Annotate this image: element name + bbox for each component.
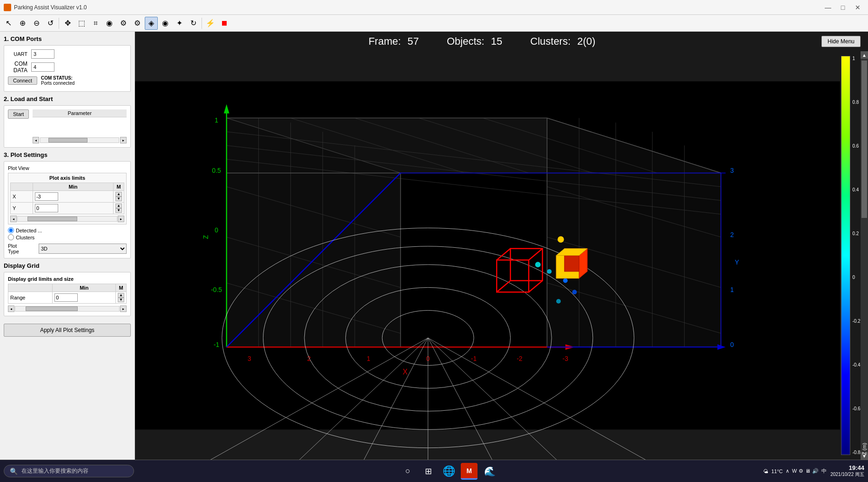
grid-scroll-right[interactable]: ▸ xyxy=(120,305,127,312)
paint-tool[interactable]: ⚙ xyxy=(131,17,144,30)
zoom-out-tool[interactable]: ⊖ xyxy=(30,17,43,30)
title-bar: Parking Assist Visualizer v1.0 — □ ✕ xyxy=(0,0,868,15)
axis-scroll-track[interactable] xyxy=(17,216,117,222)
colorbar-label-neg08: -0.8 xyxy=(852,450,860,455)
parameter-area: Parameter ◂ ▸ xyxy=(33,109,127,143)
y-spin-up[interactable]: ▲ xyxy=(115,204,122,208)
search-bar[interactable]: 🔍 在这里输入你要搜索的内容 xyxy=(4,465,134,477)
grid-scroll-track[interactable] xyxy=(15,306,120,312)
colorbar-label-neg02: -0.2 xyxy=(852,319,860,324)
lang-indicator[interactable]: 中 xyxy=(821,468,827,475)
colorbar-gradient xyxy=(841,56,850,455)
eraser-tool[interactable]: ◉ xyxy=(159,17,172,30)
select-tool[interactable]: ⬚ xyxy=(75,17,88,30)
hide-menu-button[interactable]: Hide Menu xyxy=(821,36,861,47)
window-title: Parking Assist Visualizer v1.0 xyxy=(14,4,87,11)
detected-radio[interactable] xyxy=(8,227,14,233)
range-min-input[interactable] xyxy=(54,293,78,302)
edge-btn[interactable]: 🌐 xyxy=(440,463,457,480)
svg-text:-3: -3 xyxy=(563,355,569,362)
lasso-tool[interactable]: ⌗ xyxy=(89,17,102,30)
cursor-tool[interactable]: ✥ xyxy=(61,17,74,30)
date-value: 2021/10/22 周五 xyxy=(830,471,864,478)
tray-icon-2: ⚙ xyxy=(799,468,803,474)
svg-text:Z: Z xyxy=(202,235,209,239)
frame-label: Frame: xyxy=(369,35,401,47)
uart-input[interactable] xyxy=(31,49,54,59)
plot-canvas[interactable]: 1 0.5 0 -0.5 -1 Z 3 2 1 0 -1 -2 -3 X xyxy=(135,51,840,460)
system-tray: 🌤 11°C ∧ W ⚙ 🖥 🔊 中 xyxy=(763,468,827,475)
param-scroll-left[interactable]: ◂ xyxy=(33,137,39,143)
temperature: 11°C xyxy=(771,468,783,474)
clusters-radio[interactable] xyxy=(8,234,14,240)
grid-max-header: M xyxy=(116,284,127,292)
blue-point-2 xyxy=(572,290,577,294)
range-row: Range ▲ ▼ xyxy=(8,292,127,304)
apply-all-plot-settings-button[interactable]: Apply All Plot Settings xyxy=(4,324,131,337)
colorbar-label-04: 0.4 xyxy=(852,187,860,192)
x-min-cell xyxy=(33,191,113,203)
colorbar-labels: 1 0.8 0.6 0.4 0.2 0 -0.2 -0.4 -0.6 -0.8 xyxy=(852,56,860,455)
param-scroll-track[interactable] xyxy=(40,137,119,143)
taskbar: 🔍 在这里输入你要搜索的内容 ○ ⊞ 🌐 M 🌊 🌤 11°C ∧ W ⚙ 🖥 … xyxy=(0,460,868,482)
range-spin-up[interactable]: ▲ xyxy=(118,293,124,298)
param-scroll-right[interactable]: ▸ xyxy=(120,137,127,143)
com-data-input[interactable] xyxy=(31,62,54,72)
task-view-btn[interactable]: ⊞ xyxy=(420,463,437,480)
grid-scroll-left[interactable]: ◂ xyxy=(8,305,14,312)
clusters-value: 2(0) xyxy=(577,35,595,47)
app5-btn[interactable]: 🌊 xyxy=(481,463,498,480)
cyan-point-2 xyxy=(547,269,552,274)
rotate-tool[interactable]: ↻ xyxy=(187,17,200,30)
x-spin-down[interactable]: ▼ xyxy=(115,197,122,201)
x-spin-up[interactable]: ▲ xyxy=(115,192,122,197)
brush-tool[interactable]: ⚙ xyxy=(117,17,130,30)
display-grid-title: Display Grid xyxy=(4,262,131,269)
close-button[interactable]: ✕ xyxy=(851,2,864,13)
maximize-button[interactable]: □ xyxy=(836,2,849,13)
load-start-title: 2. Load and Start xyxy=(4,95,131,102)
y-min-cell xyxy=(33,203,113,214)
cortana-btn[interactable]: ○ xyxy=(399,463,416,480)
pan-tool[interactable]: ✦ xyxy=(173,17,186,30)
plot-type-select[interactable]: 3D 2D XY 2D XZ 2D YZ xyxy=(39,244,127,254)
pointer-tool[interactable]: ↖ xyxy=(2,17,15,30)
minimize-button[interactable]: — xyxy=(821,2,834,13)
zoom-in-tool[interactable]: ⊕ xyxy=(16,17,29,30)
axis-scroll-right[interactable]: ▸ xyxy=(118,216,124,222)
matlab-btn[interactable]: M xyxy=(461,463,478,480)
colorbar-z-label: Z (m) xyxy=(861,56,867,455)
load-start-box: Start Parameter ◂ ▸ xyxy=(4,105,131,148)
tray-icons: W ⚙ 🖥 🔊 xyxy=(792,468,819,474)
y-spin-cell: ▲ ▼ xyxy=(114,203,124,214)
x-min-input[interactable] xyxy=(35,192,58,201)
viz-stats: Frame: 57 Objects: 15 Clusters: 2(0) xyxy=(142,35,821,48)
data-cursor-tool[interactable]: ◈ xyxy=(145,17,158,30)
frame-value: 57 xyxy=(407,35,418,47)
reset-tool[interactable]: ↺ xyxy=(44,17,57,30)
link-axes-tool[interactable]: ⚡ xyxy=(204,17,217,30)
stop-tool[interactable]: ⏹ xyxy=(218,17,231,30)
svg-text:1: 1 xyxy=(730,286,734,293)
grid-scroll-thumb xyxy=(26,306,78,311)
region-tool[interactable]: ◉ xyxy=(103,17,116,30)
matlab-icon: M xyxy=(464,465,475,476)
axis-scroll-thumb xyxy=(27,217,77,221)
taskbar-left: 🔍 在这里输入你要搜索的内容 xyxy=(4,465,134,477)
svg-text:Y: Y xyxy=(735,259,739,266)
chevron-up-icon[interactable]: ∧ xyxy=(786,468,789,474)
frame-stat: Frame: 57 xyxy=(369,35,419,48)
tray-icon-1: W xyxy=(792,468,797,474)
taskbar-center: ○ ⊞ 🌐 M 🌊 xyxy=(399,463,498,480)
y-min-input[interactable] xyxy=(35,204,58,212)
blue-point xyxy=(563,278,568,283)
range-spin-down[interactable]: ▼ xyxy=(118,298,124,302)
connect-button[interactable]: Connect xyxy=(8,76,37,85)
y-spin-down[interactable]: ▼ xyxy=(115,208,122,213)
y-axis-row: Y ▲ ▼ xyxy=(11,203,124,214)
axis-scroll-left[interactable]: ◂ xyxy=(10,216,17,222)
colorbar-label-0: 0 xyxy=(852,275,860,280)
detected-radio-row: Detected ... xyxy=(8,227,127,233)
colorbar-label-1: 1 xyxy=(852,56,860,61)
start-button[interactable]: Start xyxy=(8,109,29,119)
